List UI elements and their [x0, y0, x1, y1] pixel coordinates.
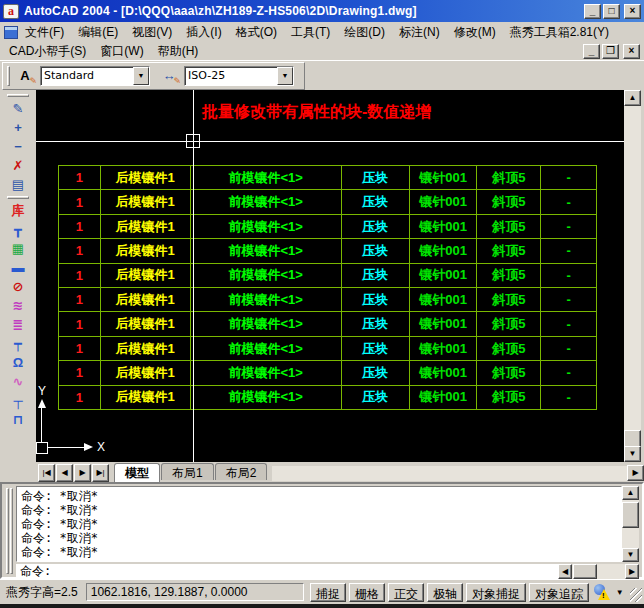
- chevron-down-icon[interactable]: ▼: [133, 67, 149, 85]
- delete-attribute-button[interactable]: ✗: [5, 156, 31, 175]
- scroll-thumb[interactable]: [573, 564, 597, 579]
- table-cell: 前模镶件<1>: [191, 337, 342, 360]
- clamp-button[interactable]: ⊓: [5, 410, 31, 429]
- status-menu-arrow-icon[interactable]: ▼: [616, 588, 624, 597]
- tab-nav-button-3[interactable]: ▶|: [92, 464, 109, 482]
- toolbar-grip[interactable]: [7, 94, 29, 97]
- menu-item-row1-7[interactable]: 标注(N): [392, 23, 447, 42]
- toolbar-grip[interactable]: [7, 196, 29, 199]
- chevron-down-icon[interactable]: ▼: [277, 67, 293, 85]
- tab-nav-button-0[interactable]: |◀: [38, 464, 55, 482]
- scroll-up-icon[interactable]: ▲: [622, 486, 639, 500]
- app-icon[interactable]: a: [3, 4, 19, 19]
- command-window-grip[interactable]: [5, 487, 14, 575]
- library-button[interactable]: 库: [5, 201, 31, 220]
- table-cell: -: [541, 166, 596, 189]
- support-pin-button[interactable]: ┬: [5, 391, 31, 410]
- menu-item-row2-1[interactable]: 窗口(W): [93, 42, 150, 61]
- mold-base-button[interactable]: ▦: [5, 239, 31, 258]
- toggle-栅格[interactable]: 栅格: [349, 583, 385, 602]
- table-row[interactable]: 1后模镶件1前模镶件<1>压块镶针001斜顶5-: [59, 288, 596, 312]
- scroll-right-icon[interactable]: ▶: [627, 465, 644, 481]
- canvas-horizontal-scrollbar[interactable]: [272, 466, 627, 481]
- table-cell: 后模镶件1: [101, 361, 191, 384]
- text-style-combo[interactable]: Standard ▼: [40, 66, 150, 86]
- command-input-line[interactable]: 命令:: [16, 564, 639, 579]
- scroll-thumb[interactable]: [622, 502, 639, 528]
- close-button[interactable]: ×: [624, 4, 641, 19]
- text-style-icon[interactable]: A✎: [12, 64, 38, 88]
- tab-布局2[interactable]: 布局2: [215, 463, 268, 480]
- menu-item-row1-6[interactable]: 绘图(D): [337, 23, 392, 42]
- communication-center-icon[interactable]: !: [594, 584, 610, 601]
- window-resize-grip[interactable]: [630, 588, 642, 602]
- guide-pin-button[interactable]: Ω: [5, 353, 31, 372]
- tab-布局1[interactable]: 布局1: [161, 463, 214, 480]
- toggle-对象追踪[interactable]: 对象追踪: [529, 583, 589, 602]
- ejector-pin-button[interactable]: ┯: [5, 334, 31, 353]
- coordinate-display[interactable]: 1062.1816, 129.1887, 0.0000: [86, 583, 304, 601]
- table-row[interactable]: 1后模镶件1前模镶件<1>压块镶针001斜顶5-: [59, 215, 596, 239]
- menu-item-row1-3[interactable]: 插入(I): [179, 23, 228, 42]
- menu-item-row2-0[interactable]: CAD小帮手(S): [2, 42, 93, 61]
- child-window-controls: _ ❐ ×: [581, 44, 640, 59]
- command-horizontal-scrollbar[interactable]: ◀ ▶: [558, 564, 639, 579]
- command-vertical-scrollbar[interactable]: ▲ ▼: [622, 486, 639, 562]
- menu-item-row2-2[interactable]: 帮助(H): [151, 42, 206, 61]
- menu-item-row1-1[interactable]: 编辑(E): [71, 23, 125, 42]
- tab-nav-button-2[interactable]: ▶: [74, 464, 91, 482]
- table-row[interactable]: 1后模镶件1前模镶件<1>压块镶针001斜顶5-: [59, 239, 596, 263]
- table-cell: 1: [59, 337, 101, 360]
- toggle-极轴[interactable]: 极轴: [427, 583, 463, 602]
- table-cell: 1: [59, 264, 101, 287]
- table-row[interactable]: 1后模镶件1前模镶件<1>压块镶针001斜顶5-: [59, 361, 596, 385]
- toggle-捕捉[interactable]: 捕捉: [310, 583, 346, 602]
- table-cell: 斜顶5: [477, 264, 541, 287]
- menu-item-row1-4[interactable]: 格式(O): [229, 23, 284, 42]
- table-cell: 镶针001: [410, 190, 478, 213]
- menu-item-row1-2[interactable]: 视图(V): [125, 23, 179, 42]
- screw-button[interactable]: ≣: [5, 315, 31, 334]
- table-row[interactable]: 1后模镶件1前模镶件<1>压块镶针001斜顶5-: [59, 166, 596, 190]
- main-area: ✎+−✗▤库┳▦▬⊘≋≣┯Ω∿┬⊓ 批量修改带有属性的块-数值递增 1后模镶件1…: [0, 90, 644, 482]
- scroll-down-icon[interactable]: ▼: [622, 548, 639, 562]
- nozzle-button[interactable]: ┳: [5, 220, 31, 239]
- menu-item-row1-0[interactable]: 文件(F): [18, 23, 71, 42]
- table-row[interactable]: 1后模镶件1前模镶件<1>压块镶针001斜顶5-: [59, 190, 596, 214]
- dim-style-icon[interactable]: ↔✎: [156, 64, 182, 88]
- scroll-down-icon[interactable]: ▼: [624, 446, 641, 462]
- tab-模型[interactable]: 模型: [114, 463, 160, 482]
- scroll-up-icon[interactable]: ▲: [624, 90, 641, 106]
- tab-nav-button-1[interactable]: ◀: [56, 464, 73, 482]
- child-restore-button[interactable]: ❐: [602, 44, 619, 59]
- child-close-button[interactable]: ×: [623, 44, 640, 59]
- child-minimize-button[interactable]: _: [583, 44, 600, 59]
- menu-item-row1-8[interactable]: 修改(M): [447, 23, 503, 42]
- table-row[interactable]: 1后模镶件1前模镶件<1>压块镶针001斜顶5-: [59, 264, 596, 288]
- maximize-button[interactable]: □: [603, 4, 620, 19]
- table-row[interactable]: 1后模镶件1前模镶件<1>压块镶针001斜顶5-: [59, 386, 596, 409]
- table-row[interactable]: 1后模镶件1前模镶件<1>压块镶针001斜顶5-: [59, 337, 596, 361]
- toggle-对象捕捉[interactable]: 对象捕捉: [466, 583, 526, 602]
- table-cell: 后模镶件1: [101, 386, 191, 409]
- toggle-正交[interactable]: 正交: [388, 583, 424, 602]
- toolbar-grip[interactable]: [7, 66, 10, 86]
- angle-pin-button[interactable]: ∿: [5, 372, 31, 391]
- add-attribute-button[interactable]: +: [5, 118, 31, 137]
- save-block-button[interactable]: ▤: [5, 175, 31, 194]
- minimize-button[interactable]: _: [584, 4, 601, 19]
- dim-style-combo[interactable]: ISO-25 ▼: [184, 66, 294, 86]
- scroll-left-icon[interactable]: ◀: [558, 564, 572, 579]
- slider-button[interactable]: ▬: [5, 258, 31, 277]
- table-row[interactable]: 1后模镶件1前模镶件<1>压块镶针001斜顶5-: [59, 312, 596, 336]
- scroll-right-icon[interactable]: ▶: [625, 564, 639, 579]
- edit-attribute-button[interactable]: ✎: [5, 99, 31, 118]
- spring-button[interactable]: ≋: [5, 296, 31, 315]
- drawing-area[interactable]: 批量修改带有属性的块-数值递增 1后模镶件1前模镶件<1>压块镶针001斜顶5-…: [36, 90, 624, 462]
- locating-ring-button[interactable]: ⊘: [5, 277, 31, 296]
- canvas-vertical-scrollbar[interactable]: ▲ ▼: [624, 90, 641, 462]
- menu-item-row1-5[interactable]: 工具(T): [284, 23, 337, 42]
- drawing-window-icon[interactable]: [4, 26, 18, 39]
- remove-attribute-button[interactable]: −: [5, 137, 31, 156]
- menu-item-row1-9[interactable]: 燕秀工具箱2.81(Y): [503, 23, 616, 42]
